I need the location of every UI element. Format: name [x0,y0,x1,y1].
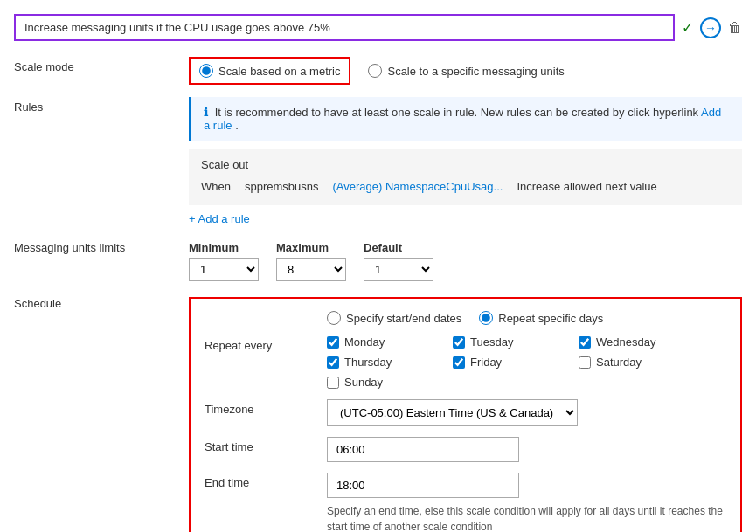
wednesday-label: Wednesday [596,335,655,349]
maximum-group: Maximum 1 2 4 8 16 [276,241,346,281]
rules-period: . [235,119,239,132]
repeat-days-label: Repeat specific days [498,312,603,325]
scale-mode-section: Scale mode Scale based on a metric Scale… [14,57,742,85]
sunday-checkbox[interactable] [327,377,339,389]
scale-mode-content: Scale based on a metric Scale to a speci… [189,57,742,85]
tuesday-checkbox[interactable] [453,336,465,349]
default-group: Default 1 2 4 8 [364,241,433,281]
friday-option[interactable]: Friday [453,356,558,369]
rules-info-text: It is recommended to have at least one s… [215,106,699,119]
default-select[interactable]: 1 2 4 8 [364,258,433,281]
scale-metric-radio[interactable] [199,64,213,78]
schedule-box: Specify start/end dates Repeat specific … [189,297,742,532]
specify-dates-option[interactable]: Specify start/end dates [327,311,461,325]
repeat-every-label: Repeat every [205,335,327,352]
scale-specific-label: Scale to a specific messaging units [387,65,564,78]
schedule-box-content: Specify start/end dates Repeat specific … [189,294,742,532]
wednesday-checkbox[interactable] [579,336,591,349]
top-bar: ✓ → 🗑 [14,14,742,41]
end-time-input[interactable] [327,473,519,498]
rules-info-box: ℹ It is recommended to have at least one… [189,97,742,141]
schedule-radio-empty-label [205,311,327,314]
end-time-section: End time Specify an end time, else this … [205,473,726,532]
monday-checkbox[interactable] [327,336,339,349]
timezone-section: Timezone (UTC-05:00) Eastern Time (US & … [205,399,726,426]
specify-dates-radio[interactable] [327,311,341,325]
schedule-outer-section: Schedule Specify start/end dates Repeat … [14,294,742,532]
scale-mode-label: Scale mode [14,57,189,73]
scale-metric-option[interactable]: Scale based on a metric [199,64,340,78]
arrow-symbol: → [704,21,717,35]
saturday-label: Saturday [596,356,642,369]
minimum-select[interactable]: 1 2 4 8 [189,258,259,281]
tuesday-label: Tuesday [470,335,513,349]
navigate-icon[interactable]: → [700,17,721,38]
start-time-input[interactable] [327,437,519,462]
friday-label: Friday [470,356,502,369]
sunday-option[interactable]: Sunday [327,376,432,389]
end-time-label: End time [205,473,327,489]
saturday-checkbox[interactable] [579,356,591,369]
timezone-label: Timezone [205,399,327,416]
maximum-label: Maximum [276,241,346,254]
scale-specific-radio[interactable] [368,64,382,78]
maximum-select[interactable]: 1 2 4 8 16 [276,258,346,281]
repeat-days-radio[interactable] [479,311,493,325]
service-name: sppremsbusns [245,180,319,193]
scale-out-header: Scale out [201,158,730,171]
default-label: Default [364,241,433,254]
repeat-days-option[interactable]: Repeat specific days [479,311,603,325]
start-time-section: Start time [205,437,726,462]
info-icon: ℹ [204,106,208,119]
monday-label: Monday [344,335,385,349]
rules-section: Rules ℹ It is recommended to have at lea… [14,97,742,225]
sunday-label: Sunday [344,376,383,389]
end-time-note: Specify an end time, else this scale con… [327,503,726,532]
scale-mode-radio-group: Scale based on a metric Scale to a speci… [189,57,742,85]
thursday-checkbox[interactable] [327,356,339,369]
action-text: Increase allowed next value [517,180,656,193]
messaging-units-label: Messaging units limits [14,238,189,254]
rules-content: ℹ It is recommended to have at least one… [189,97,742,225]
scale-metric-option-box: Scale based on a metric [189,57,350,85]
days-checkbox-group: Monday Tuesday Wednesday Thursday [327,335,726,389]
add-rule-link[interactable]: + Add a rule [189,212,250,225]
messaging-units-content: Minimum 1 2 4 8 Maximum 1 2 4 8 16 [189,238,742,281]
wednesday-option[interactable]: Wednesday [579,335,683,349]
schedule-radio-group: Specify start/end dates Repeat specific … [327,311,603,325]
scale-specific-option[interactable]: Scale to a specific messaging units [368,64,564,78]
repeat-every-section: Repeat every Monday Tuesday Wednesday [205,335,726,389]
scale-table: Scale out When sppremsbusns (Average) Na… [189,149,742,205]
thursday-option[interactable]: Thursday [327,356,432,369]
schedule-radio-section: Specify start/end dates Repeat specific … [205,311,726,325]
specify-dates-label: Specify start/end dates [346,312,461,325]
scale-rule-row: When sppremsbusns (Average) NamespaceCpu… [201,176,730,197]
metric-link[interactable]: (Average) NamespaceCpuUsag... [333,180,503,193]
when-label: When [201,180,231,193]
rules-label: Rules [14,97,189,114]
thursday-label: Thursday [344,356,392,369]
timezone-select[interactable]: (UTC-05:00) Eastern Time (US & Canada) [327,399,578,426]
monday-option[interactable]: Monday [327,335,432,349]
minimum-group: Minimum 1 2 4 8 [189,241,259,281]
condition-title-input[interactable] [14,14,675,41]
schedule-outer-label: Schedule [14,294,189,310]
minimum-label: Minimum [189,241,259,254]
confirm-icon[interactable]: ✓ [682,19,693,36]
scale-metric-label: Scale based on a metric [218,65,340,78]
delete-icon[interactable]: 🗑 [728,20,742,36]
tuesday-option[interactable]: Tuesday [453,335,558,349]
start-time-label: Start time [205,437,327,453]
limits-row: Minimum 1 2 4 8 Maximum 1 2 4 8 16 [189,241,742,281]
saturday-option[interactable]: Saturday [579,356,683,369]
messaging-units-section: Messaging units limits Minimum 1 2 4 8 M… [14,238,742,281]
friday-checkbox[interactable] [453,356,465,369]
end-time-group: Specify an end time, else this scale con… [327,473,726,532]
